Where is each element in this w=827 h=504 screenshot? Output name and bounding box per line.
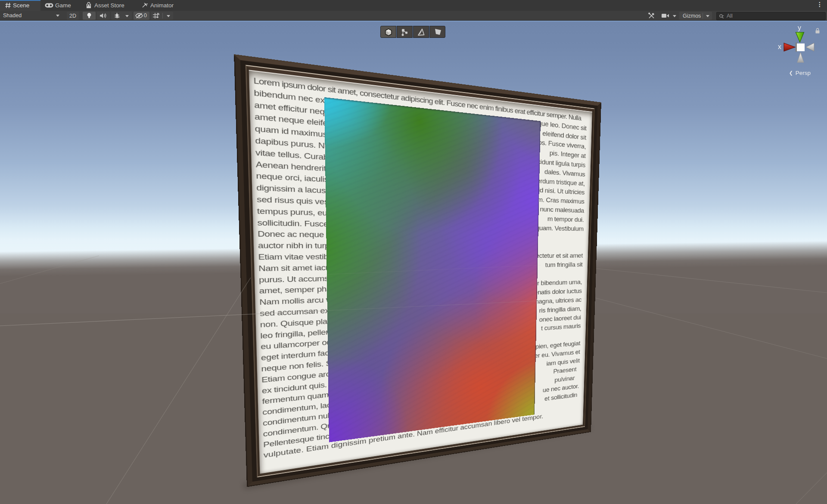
svg-text:x: x (778, 43, 781, 50)
svg-text:y: y (798, 24, 801, 31)
